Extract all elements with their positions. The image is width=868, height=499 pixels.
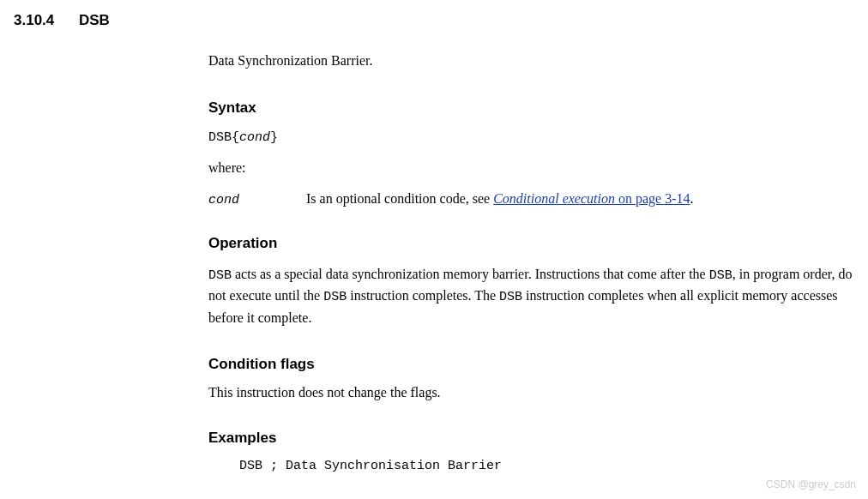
op-t3: instruction completes. The bbox=[347, 288, 499, 303]
syntax-heading: Syntax bbox=[208, 99, 854, 117]
cond-desc-post: . bbox=[690, 191, 693, 206]
param-row: cond Is an optional condition code, see … bbox=[208, 191, 854, 207]
link-italic-part: Conditional execution bbox=[493, 191, 615, 206]
op-dsb-1: DSB bbox=[208, 268, 232, 283]
syntax-line: DSB{cond} bbox=[208, 129, 854, 145]
param-name: cond bbox=[208, 191, 306, 207]
op-dsb-2: DSB bbox=[709, 268, 732, 283]
examples-heading: Examples bbox=[208, 430, 854, 447]
op-t1: acts as a special data synchronization m… bbox=[232, 267, 709, 281]
intro-text: Data Synchronization Barrier. bbox=[208, 53, 854, 69]
conditional-execution-link[interactable]: Conditional execution on page 3-14 bbox=[493, 191, 690, 206]
operation-heading: Operation bbox=[208, 235, 854, 252]
section-number: 3.10.4 bbox=[14, 12, 54, 29]
syntax-brace-close: } bbox=[270, 130, 278, 145]
syntax-brace-open: { bbox=[232, 130, 239, 145]
where-label: where: bbox=[208, 160, 854, 176]
op-dsb-3: DSB bbox=[323, 290, 347, 304]
section-title: DSB bbox=[79, 12, 110, 28]
op-dsb-4: DSB bbox=[499, 290, 522, 304]
section-header: 3.10.4 DSB bbox=[14, 12, 854, 29]
example-code: DSB ; Data Synchronisation Barrier bbox=[239, 459, 854, 473]
condflags-heading: Condition flags bbox=[208, 356, 854, 373]
cond-label: cond bbox=[208, 193, 239, 207]
syntax-mnemonic: DSB bbox=[208, 130, 232, 145]
syntax-param: cond bbox=[239, 130, 270, 145]
condflags-text: This instruction does not change the fla… bbox=[208, 385, 854, 400]
watermark: CSDN @grey_csdn bbox=[766, 478, 856, 490]
cond-desc-pre: Is an optional condition code, see bbox=[306, 191, 493, 206]
operation-text: DSB acts as a special data synchronizati… bbox=[208, 264, 854, 328]
content-body: Data Synchronization Barrier. Syntax DSB… bbox=[208, 53, 854, 473]
link-rest-part: on page 3-14 bbox=[615, 191, 690, 206]
param-desc: Is an optional condition code, see Condi… bbox=[306, 191, 854, 207]
